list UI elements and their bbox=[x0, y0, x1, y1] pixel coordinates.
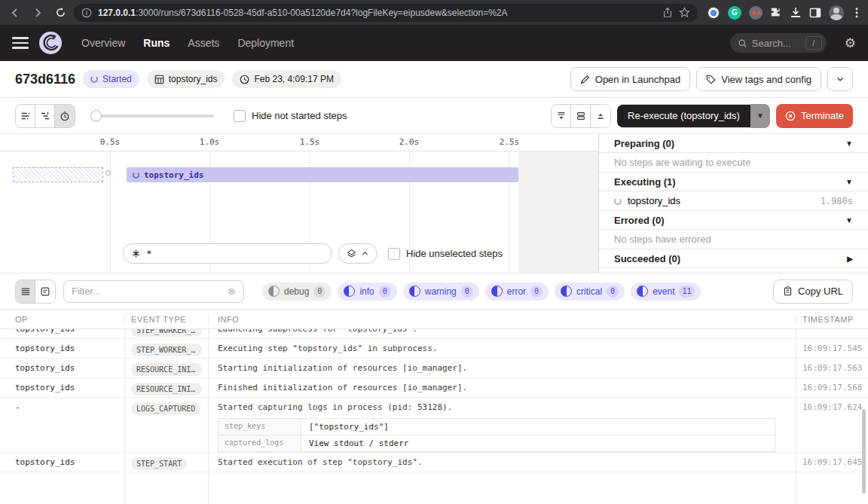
log-scrollbar[interactable] bbox=[862, 409, 866, 493]
global-search-input[interactable]: Search... / bbox=[730, 33, 827, 53]
errored-section-header[interactable]: Errored (0)▼ bbox=[599, 211, 868, 230]
back-icon[interactable] bbox=[6, 4, 24, 22]
step-duration: 1.980s bbox=[821, 196, 853, 206]
view-tags-config-button[interactable]: View tags and config bbox=[696, 67, 821, 91]
gantt-toolbar: Hide not started steps Re-execute (topst… bbox=[0, 98, 868, 133]
reload-icon[interactable] bbox=[51, 4, 69, 22]
copy-url-button[interactable]: Copy URL bbox=[773, 279, 853, 304]
site-info-icon[interactable] bbox=[81, 8, 92, 18]
open-launchpad-button[interactable]: Open in Launchpad bbox=[570, 67, 690, 91]
toggle-icon bbox=[344, 286, 355, 297]
caret-down-icon: ▼ bbox=[845, 139, 853, 148]
chevron-up-icon bbox=[361, 249, 369, 258]
search-icon bbox=[738, 38, 747, 48]
col-op: OP bbox=[0, 315, 125, 324]
settings-gear-icon[interactable]: ⚙ bbox=[845, 35, 856, 51]
hide-not-started-checkbox[interactable]: Hide not started steps bbox=[234, 110, 347, 122]
clock-icon bbox=[240, 75, 249, 84]
log-filter-bar: ⊗ debug0 info0 warning0 error0 critical0… bbox=[0, 273, 868, 309]
reexecute-button[interactable]: Re-execute (topstory_ids) ▼ bbox=[617, 104, 770, 128]
waterfall-view-button[interactable] bbox=[35, 105, 55, 127]
downloads-icon[interactable] bbox=[790, 7, 802, 19]
step-status-panel: Preparing (0)▼ No steps are waiting to e… bbox=[599, 134, 868, 273]
grammarly-extension-icon[interactable]: G bbox=[728, 6, 741, 20]
table-row-logs-captured[interactable]: - LOGS_CAPTURED Started capturing logs i… bbox=[0, 398, 868, 453]
meta-value: ["topstory_ids"] bbox=[301, 419, 775, 435]
bookmark-star-icon[interactable] bbox=[679, 7, 690, 18]
timestamp-link[interactable]: 16:09:17.645 bbox=[802, 457, 862, 467]
log-filter-input[interactable]: ⊗ bbox=[63, 280, 244, 303]
address-bar[interactable]: 127.0.0.1:3000/runs/673d6116-0528-45df-a… bbox=[74, 4, 698, 22]
level-toggle-debug[interactable]: debug0 bbox=[262, 283, 332, 301]
timestamp-link[interactable]: 16:09:17.545 bbox=[802, 344, 862, 353]
step-selection-input[interactable] bbox=[123, 243, 332, 264]
table-empty-area bbox=[0, 472, 868, 504]
search-placeholder: Search... bbox=[752, 38, 791, 49]
caret-right-icon: ▶ bbox=[847, 255, 853, 263]
graph-query-toggle-button[interactable] bbox=[338, 243, 377, 264]
scroll-to-top-button[interactable] bbox=[591, 105, 610, 127]
reexecute-dropdown-caret[interactable]: ▼ bbox=[750, 104, 770, 128]
browser-toolbar: 127.0.0.1:3000/runs/673d6116-0528-45df-a… bbox=[0, 0, 868, 25]
job-name-tag[interactable]: topstory_ids bbox=[147, 70, 225, 88]
table-view-button[interactable] bbox=[16, 280, 35, 303]
executing-step-row[interactable]: topstory_ids1.980s bbox=[599, 191, 868, 211]
level-toggle-warning[interactable]: warning0 bbox=[403, 283, 479, 301]
terminate-x-icon bbox=[785, 111, 796, 121]
structured-view-button[interactable] bbox=[35, 280, 55, 303]
table-row[interactable]: topstory_ids RESOURCE_INIT_STARTED Start… bbox=[0, 359, 868, 378]
browser-menu-icon[interactable] bbox=[851, 7, 862, 19]
pencil-icon bbox=[580, 75, 590, 84]
puzzle-extensions-icon[interactable] bbox=[770, 7, 782, 19]
timestamp-link[interactable]: 16:09:17.563 bbox=[802, 363, 862, 373]
share-icon[interactable] bbox=[662, 8, 673, 18]
gantt-plot-area[interactable]: topstory_ids Hide unselected steps bbox=[0, 151, 598, 273]
extension-icon[interactable]: ●● bbox=[749, 6, 763, 20]
search-shortcut-key: / bbox=[805, 36, 822, 50]
level-toggle-event[interactable]: event11 bbox=[631, 283, 700, 301]
sidebar-icon[interactable] bbox=[809, 7, 821, 19]
gantt-step-bar[interactable]: topstory_ids bbox=[127, 167, 518, 182]
run-actions-chevron-button[interactable] bbox=[827, 67, 853, 91]
browser-profile-avatar[interactable] bbox=[829, 5, 844, 20]
zoom-slider-knob[interactable] bbox=[90, 110, 102, 121]
col-info: INFO bbox=[209, 315, 796, 324]
toggle-icon bbox=[491, 286, 503, 297]
hide-unselected-checkbox[interactable]: Hide unselected steps bbox=[388, 248, 503, 260]
expand-rows-button[interactable] bbox=[571, 105, 591, 127]
nav-assets[interactable]: Assets bbox=[188, 37, 219, 49]
gantt-controls: Hide unselected steps bbox=[123, 243, 503, 264]
gantt-pending-placeholder bbox=[13, 167, 103, 182]
succeeded-section-header[interactable]: Succeeded (0)▶ bbox=[599, 249, 868, 268]
chevron-down-icon bbox=[836, 75, 845, 84]
timed-view-button[interactable] bbox=[55, 105, 75, 127]
timestamp-link[interactable]: 16:09:17.624 bbox=[802, 402, 862, 412]
preparing-section-header[interactable]: Preparing (0)▼ bbox=[599, 134, 868, 153]
scroll-to-bottom-button[interactable] bbox=[552, 105, 571, 127]
hamburger-menu-icon[interactable] bbox=[12, 37, 29, 49]
password-manager-extension-icon[interactable]: ◍ bbox=[707, 6, 720, 20]
timestamp-link[interactable]: 16:09:17.568 bbox=[802, 383, 862, 393]
table-row[interactable]: topstory_ids RESOURCE_INIT_SUCCESS Finis… bbox=[0, 378, 868, 398]
clear-filter-icon[interactable]: ⊗ bbox=[228, 286, 236, 297]
level-toggle-critical[interactable]: critical0 bbox=[555, 283, 625, 301]
executing-section-header[interactable]: Executing (1)▼ bbox=[599, 173, 868, 191]
nav-runs[interactable]: Runs bbox=[143, 37, 170, 49]
zoom-slider[interactable] bbox=[92, 115, 214, 118]
forward-icon[interactable] bbox=[29, 4, 47, 22]
level-toggle-info[interactable]: info0 bbox=[338, 283, 396, 301]
gantt-view-mode-group bbox=[15, 104, 75, 128]
table-row[interactable]: topstory_ids STEP_WORKER_STARTED Executi… bbox=[0, 339, 868, 359]
nav-overview[interactable]: Overview bbox=[81, 37, 125, 49]
table-row-clipped[interactable]: topstory_ids STEP_WORKER_STARTING Launch… bbox=[0, 329, 868, 339]
nav-deployment[interactable]: Deployment bbox=[237, 37, 294, 49]
flat-view-button[interactable] bbox=[16, 105, 35, 127]
table-row[interactable]: topstory_ids STEP_START Started executio… bbox=[0, 453, 868, 472]
dagster-logo[interactable] bbox=[39, 32, 62, 54]
spinner-icon bbox=[90, 75, 98, 83]
view-stdout-stderr-link[interactable]: View stdout / stderr bbox=[301, 435, 775, 451]
axis-tick: 1.0s bbox=[200, 137, 220, 147]
level-toggle-error[interactable]: error0 bbox=[485, 283, 549, 301]
extension-strip: ◍ G ●● bbox=[707, 5, 862, 20]
terminate-button[interactable]: Terminate bbox=[776, 104, 853, 128]
